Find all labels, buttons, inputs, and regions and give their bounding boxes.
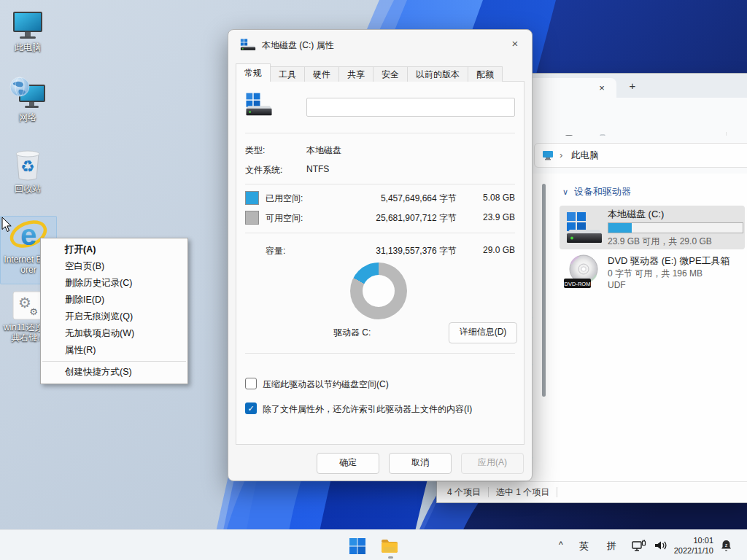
desktop-icon-label: 网络 (19, 112, 36, 122)
dialog-drive-icon (240, 38, 256, 51)
ime-language-pinyin[interactable]: 拼 (607, 540, 616, 553)
taskbar: ^ 英 拼 10:01 2022/11/10 z (0, 529, 747, 560)
group-header-devices-drives[interactable]: ∨设备和驱动器 (562, 185, 631, 198)
filesystem-value: NTFS (306, 164, 329, 174)
menu-item-inprivate[interactable]: 开启无痕浏览(Q) (41, 308, 187, 325)
drive-caption: 23.9 GB 可用，共 29.0 GB (608, 236, 712, 248)
separator (245, 184, 515, 184)
ok-button[interactable]: 确定 (317, 453, 379, 474)
capacity-label: 容量: (266, 245, 285, 257)
tab-previous-versions[interactable]: 以前的版本 (407, 66, 468, 82)
capacity-bytes: 31,139,557,376 字节 (340, 245, 457, 257)
drive-caption: 0 字节 可用，共 196 MB (608, 268, 703, 280)
desktop-icon-this-pc[interactable]: 此电脑 (0, 10, 55, 52)
apply-button[interactable]: 应用(A) (461, 453, 524, 474)
svg-text:e: e (20, 219, 36, 251)
menu-item-blank-page[interactable]: 空白页(B) (41, 258, 187, 275)
drive-filesystem: UDF (608, 280, 626, 290)
nav-scrollbar[interactable] (542, 184, 546, 397)
dialog-close-icon[interactable]: × (504, 34, 526, 53)
used-space-label: 已用空间: (266, 192, 303, 205)
menu-item-delete-history[interactable]: 删除历史记录(C) (41, 275, 187, 292)
desktop-icon-network[interactable]: 网络 (0, 76, 55, 122)
usage-donut (350, 262, 407, 319)
menu-item-properties[interactable]: 属性(R) (41, 342, 187, 359)
type-label: 类型: (245, 144, 265, 157)
mouse-cursor (1, 217, 12, 233)
drive-icon (245, 92, 273, 117)
compress-checkbox-label: 压缩此驱动器以节约磁盘空间(C) (263, 378, 389, 391)
ime-language-en[interactable]: 英 (579, 540, 589, 553)
network-icon (9, 76, 47, 111)
type-value: 本地磁盘 (306, 144, 341, 157)
free-space-swatch (245, 211, 259, 225)
dvd-badge: DVD-ROM (565, 281, 591, 287)
dialog-titlebar: 本地磁盘 (C:) 属性 × (228, 30, 532, 58)
this-pc-small-icon (542, 150, 554, 160)
network-tray-icon[interactable] (632, 540, 646, 552)
details-button[interactable]: 详细信息(D) (449, 322, 517, 343)
drive-item-local-disk-c[interactable]: 本地磁盘 (C:) 23.9 GB 可用，共 29.0 GB (560, 206, 745, 249)
explorer-status-bar: 4 个项目 选中 1 个项目 (437, 481, 747, 502)
dvd-drive-icon: DVD-ROM (564, 254, 603, 290)
compress-checkbox[interactable] (245, 378, 257, 389)
separator (245, 353, 515, 354)
general-tab-page: 类型: 本地磁盘 文件系统: NTFS 已用空间: 5,457,649,664 … (236, 81, 525, 445)
context-menu: 打开(A) 空白页(B) 删除历史记录(C) 删除IE(D) 开启无痕浏览(Q)… (40, 238, 188, 384)
gears-file-icon: ⚙ ⚙ (12, 290, 44, 321)
used-space-bytes: 5,457,649,664 字节 (340, 192, 457, 205)
menu-item-create-shortcut[interactable]: 创建快捷方式(S) (41, 364, 187, 381)
volume-tray-icon[interactable] (654, 540, 668, 551)
dialog-buttons: 确定 取消 应用(A) (317, 453, 524, 474)
dialog-title: 本地磁盘 (C:) 属性 (262, 39, 334, 52)
desktop: 此电脑 网络 ♻ 回收站 e (0, 0, 747, 560)
tab-general[interactable]: 常规 (236, 63, 271, 82)
status-selected-count: 选中 1 个项目 (496, 486, 549, 499)
index-checkbox[interactable]: ✓ (245, 402, 257, 414)
tab-security[interactable]: 安全 (373, 66, 408, 82)
running-app-indicator (388, 556, 393, 559)
tray-date: 2022/11/10 (668, 545, 713, 556)
tray-time: 10:01 (668, 535, 713, 545)
filesystem-label: 文件系统: (245, 164, 282, 176)
menu-item-no-addons[interactable]: 无加载项启动(W) (41, 325, 187, 342)
start-button-icon[interactable] (349, 537, 366, 555)
capacity-size: 29.0 GB (468, 245, 515, 255)
drive-item-dvd-e[interactable]: DVD-ROM DVD 驱动器 (E:) 微PE工具箱 0 字节 可用，共 19… (560, 252, 745, 295)
tab-close-icon[interactable]: × (595, 81, 609, 96)
breadcrumb[interactable]: › 此电脑 (534, 143, 747, 168)
new-tab-button[interactable]: + (625, 79, 640, 93)
tray-clock[interactable]: 10:01 2022/11/10 (668, 535, 713, 556)
desktop-icon-label: 回收站 (15, 184, 41, 194)
svg-text:z: z (725, 542, 728, 548)
volume-label-input[interactable] (306, 98, 515, 117)
used-space-swatch (245, 191, 259, 205)
drive-caption: 驱动器 C: (333, 327, 371, 339)
drive-name: DVD 驱动器 (E:) 微PE工具箱 (608, 254, 730, 268)
used-space-size: 5.08 GB (468, 192, 515, 203)
usage-bar-fill (608, 223, 632, 233)
free-space-size: 23.9 GB (468, 212, 515, 222)
free-space-label: 可用空间: (266, 212, 303, 225)
status-divider (557, 487, 557, 497)
breadcrumb-segment[interactable]: 此电脑 (571, 144, 599, 167)
drive-name: 本地磁盘 (C:) (608, 208, 664, 221)
breadcrumb-chevron-icon: › (560, 144, 562, 166)
separator (245, 233, 515, 233)
tray-chevron-icon[interactable]: ^ (559, 540, 563, 550)
desktop-icon-recycle-bin[interactable]: ♻ 回收站 (0, 147, 55, 194)
properties-dialog: 本地磁盘 (C:) 属性 × 常规 工具 硬件 共享 安全 以前的版本 配额 类… (228, 29, 533, 481)
tab-hardware[interactable]: 硬件 (304, 66, 339, 82)
menu-item-delete-ie[interactable]: 删除IE(D) (41, 292, 187, 308)
tab-quota[interactable]: 配额 (468, 66, 503, 82)
free-space-bytes: 25,681,907,712 字节 (340, 212, 457, 225)
notification-bell-icon[interactable]: z (719, 539, 733, 553)
file-explorer-taskbar-icon[interactable] (380, 537, 399, 556)
recycle-glyph: ♻ (20, 158, 35, 176)
cancel-button[interactable]: 取消 (389, 453, 452, 474)
dialog-tabs: 常规 工具 硬件 共享 安全 以前的版本 配额 (236, 63, 502, 82)
menu-item-open[interactable]: 打开(A) (41, 241, 187, 258)
tab-sharing[interactable]: 共享 (338, 66, 374, 82)
tab-tools[interactable]: 工具 (270, 66, 305, 82)
menu-separator (42, 361, 186, 362)
